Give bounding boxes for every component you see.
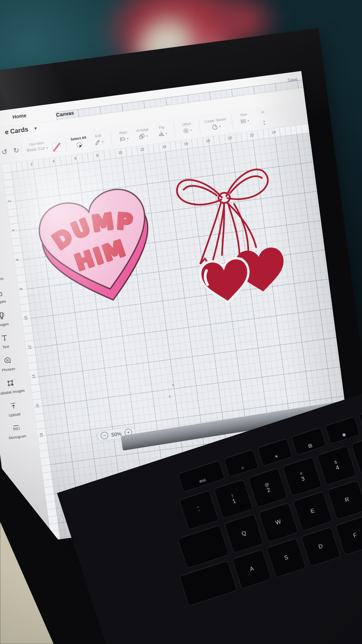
sidebar-item-shapes[interactable]: Shapes: [0, 286, 19, 307]
sidebar-item-text[interactable]: Text: [0, 332, 25, 352]
pencil-icon: [94, 139, 101, 146]
ruler-mark: 24: [272, 130, 276, 134]
zoom-level: 50%: [111, 431, 122, 438]
images-icon: [0, 311, 6, 321]
operation-value: Basic Cut: [26, 146, 45, 153]
select-all-button[interactable]: Select All: [70, 135, 87, 149]
chevron-down-icon: ▾: [247, 119, 249, 122]
canvas-speck: [169, 395, 171, 398]
create-sticker-dropdown[interactable]: Create Sticker ▾: [204, 117, 228, 131]
redo-button[interactable]: ↻: [13, 146, 20, 155]
sidebar-item-upload[interactable]: Upload: [0, 399, 35, 420]
cherry-heart-left: [199, 257, 252, 305]
photo-scene: Home Canvas Save e Cards ▾ ↺ ↻ Operation…: [0, 0, 362, 644]
monogram-icon: MG: [12, 424, 21, 434]
sidebar-item-projects[interactable]: Projects: [0, 264, 16, 284]
chevron-down-icon: ▾: [46, 146, 48, 150]
project-title[interactable]: e Cards: [5, 126, 29, 136]
editable-images-icon: [6, 379, 15, 389]
size-unit[interactable]: in ▲▼: [255, 109, 272, 126]
operation-dropdown[interactable]: Operation Basic Cut▾: [26, 140, 48, 153]
candy-heart-artwork[interactable]: DUMP HIM: [22, 165, 175, 329]
zoom-out-button[interactable]: −: [100, 431, 109, 440]
size-bars-icon: [239, 117, 247, 125]
sidebar-item-monogram[interactable]: MGMonogram: [0, 422, 37, 442]
sidebar-item-editable-images[interactable]: Editable Images: [0, 377, 32, 397]
arrange-dropdown[interactable]: Arrange ▾: [135, 127, 151, 141]
sidebar-item-label: Text: [2, 344, 9, 350]
ruler-mark: 22: [250, 133, 254, 137]
key-a: A: [232, 549, 272, 589]
key-w: W: [258, 502, 298, 542]
ruler-mark: 20: [228, 136, 232, 140]
chevron-down-icon[interactable]: ▾: [34, 125, 37, 131]
edit-dropdown[interactable]: Edit ▾: [90, 132, 107, 146]
select-all-icon: [75, 141, 83, 148]
undo-button[interactable]: ↺: [1, 148, 8, 156]
key-e: E: [293, 491, 333, 531]
ruler-corner: [2, 163, 12, 173]
chevron-down-icon: ▾: [127, 137, 129, 140]
text-icon: [0, 334, 9, 344]
ruler-mark: 6: [74, 156, 77, 160]
sidebar-item-label: Images: [0, 322, 9, 328]
size-dropdown[interactable]: Size ▾: [236, 111, 252, 125]
linetype-color-swatch[interactable]: [52, 142, 62, 152]
sidebar-item-images[interactable]: Images: [0, 309, 22, 330]
stepper-up-icon[interactable]: ▲: [262, 119, 265, 122]
ruler-mark: 14: [162, 144, 167, 149]
align-dropdown[interactable]: Align ▾: [115, 129, 131, 143]
key-1: !1: [214, 479, 253, 519]
ruler-mark: 4: [11, 229, 15, 232]
key-function: ◌: [359, 405, 362, 433]
phrases-icon: [3, 356, 12, 366]
ruler-mark: 16: [35, 404, 40, 408]
ruler-mark: 12: [27, 345, 32, 350]
key-3: #3: [282, 457, 322, 496]
cherry-bow-artwork[interactable]: [159, 147, 300, 322]
key-`: ~`: [179, 490, 219, 530]
ruler-mark: 12: [140, 147, 144, 152]
sidebar-item-label: Projects: [0, 276, 4, 283]
ruler-mark: 16: [184, 142, 188, 146]
stepper-down-icon[interactable]: ▼: [263, 123, 266, 126]
ruler-mark: 4: [52, 159, 55, 163]
shapes-icon: [0, 289, 3, 299]
canvas-speck: [172, 384, 174, 386]
ruler-mark: 8: [96, 153, 99, 158]
key-s: S: [266, 538, 306, 578]
sidebar-item-label: Upload: [8, 412, 20, 418]
chevron-down-icon: ▾: [190, 128, 192, 132]
ruler-mark: 2: [7, 200, 12, 203]
arrange-icon: [138, 133, 145, 140]
ruler-mark: 18: [39, 433, 43, 437]
flip-icon: [158, 130, 165, 138]
upload-icon: [9, 401, 18, 411]
ruler-mark: 8: [19, 288, 23, 290]
chevron-down-icon: ▾: [146, 134, 148, 138]
key-function: ▤: [291, 427, 326, 455]
key-function: ◉: [325, 416, 360, 444]
key-r: R: [327, 480, 362, 520]
key-f: F: [335, 516, 362, 555]
sidebar-item-label: Monogram: [8, 434, 26, 440]
align-icon: [119, 135, 126, 143]
offset-dropdown[interactable]: Offset ▾: [179, 121, 195, 135]
svg-text:MG: MG: [13, 426, 20, 432]
ruler-mark: 10: [118, 150, 123, 154]
key-4: $4: [317, 445, 356, 485]
ruler-mark: 14: [31, 374, 36, 379]
sidebar-item-phrases[interactable]: Phrases: [0, 354, 28, 375]
key-function: ☼: [224, 449, 259, 477]
ruler-mark: 18: [206, 139, 210, 143]
sidebar-item-label: Editable Images: [0, 388, 25, 396]
key-q: Q: [224, 514, 263, 553]
flip-dropdown[interactable]: Flip ▾: [154, 124, 170, 138]
key-d: D: [301, 527, 341, 566]
offset-icon: [182, 127, 190, 134]
chevron-down-icon: ▾: [219, 124, 221, 128]
ruler-mark: 10: [23, 316, 28, 320]
tab-home[interactable]: Home: [12, 112, 27, 120]
key-2: @2: [248, 468, 288, 507]
ruler-mark: 6: [15, 258, 19, 261]
